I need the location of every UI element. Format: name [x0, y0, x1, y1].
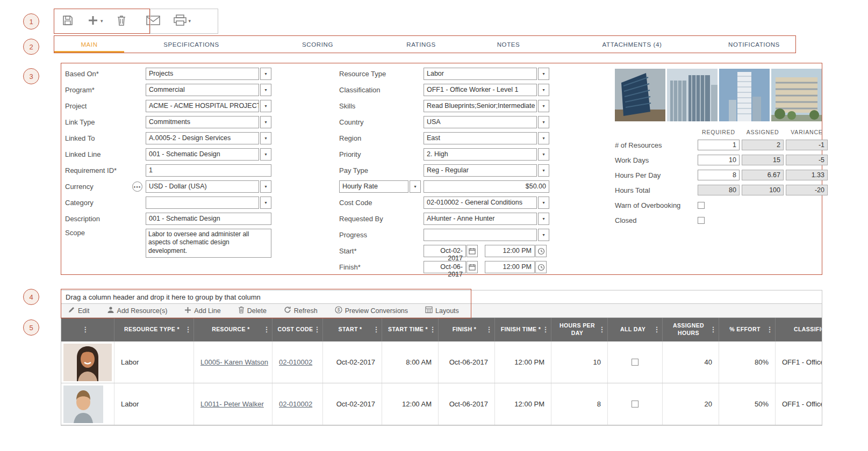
column-header-resource-type[interactable]: RESOURCE TYPE *⋮ [114, 318, 194, 341]
chevron-down-icon[interactable]: ▾ [538, 197, 549, 209]
tab-ratings[interactable]: RATINGS [377, 36, 465, 53]
chevron-down-icon[interactable]: ▾ [538, 116, 549, 128]
classification-select[interactable]: OFF1 - Office Worker - Level 1▾ [424, 84, 549, 96]
chevron-down-icon[interactable]: ▾ [538, 68, 549, 80]
chevron-down-icon[interactable]: ▾ [260, 68, 271, 80]
refresh-button[interactable]: Refresh [284, 306, 318, 315]
pay-type-select[interactable]: Reg - Regular▾ [424, 164, 549, 177]
column-header-resource[interactable]: RESOURCE *⋮ [194, 318, 272, 341]
column-header-cost-code[interactable]: COST CODE⋮ [272, 318, 323, 341]
column-menu-icon[interactable]: ⋮ [82, 325, 89, 334]
column-menu-icon[interactable]: ⋮ [314, 325, 321, 334]
calendar-icon[interactable] [467, 245, 478, 257]
link-type-select[interactable]: Commitments▾ [146, 116, 271, 128]
start-date-input[interactable]: Oct-02-2017 [424, 245, 466, 257]
all-day-checkbox[interactable] [632, 359, 639, 366]
progress-select[interactable]: ▾ [424, 229, 549, 241]
description-input[interactable]: 001 - Schematic Design [146, 213, 271, 225]
chevron-down-icon[interactable]: ▾ [260, 84, 271, 96]
column-header-hours-per-day[interactable]: HOURS PER DAY⋮ [551, 318, 608, 341]
required-resources-input[interactable]: 1 [698, 140, 740, 150]
group-by-bar[interactable]: Drag a column header and drop it here to… [61, 290, 822, 304]
linked-line-select[interactable]: 001 - Schematic Design▾ [146, 148, 271, 161]
column-menu-icon[interactable]: ⋮ [542, 325, 549, 334]
linked-to-select[interactable]: A.0005-2 - Design Services▾ [146, 132, 271, 144]
rate-amount-input[interactable]: $50.00 [424, 180, 549, 193]
chevron-down-icon[interactable]: ▾ [260, 116, 271, 128]
clock-icon[interactable] [535, 245, 547, 257]
program-select[interactable]: Commercial▾ [146, 84, 271, 96]
delete-button[interactable] [116, 14, 127, 28]
column-header-finish[interactable]: FINISH *⋮ [439, 318, 495, 341]
cost-code-link[interactable]: 02-010002 [279, 400, 312, 408]
chevron-down-icon[interactable]: ▾ [538, 132, 549, 144]
required-work-days-input[interactable]: 10 [698, 155, 740, 165]
add-button[interactable]: ▾ [87, 14, 103, 28]
requested-by-select[interactable]: AHunter - Anne Hunter▾ [424, 213, 549, 225]
column-menu-icon[interactable]: ⋮ [429, 325, 436, 334]
chevron-down-icon[interactable]: ▾ [410, 180, 421, 193]
column-header-finish-time[interactable]: FINISH TIME *⋮ [495, 318, 551, 341]
resource-link[interactable]: L0005- Karen Watson [200, 358, 268, 366]
column-menu-icon[interactable]: ⋮ [486, 325, 493, 334]
table-row[interactable]: Labor L0005- Karen Watson 02-010002 Oct-… [61, 341, 822, 383]
resource-link[interactable]: L0011- Peter Walker [200, 400, 264, 408]
add-resources-button[interactable]: Add Resource(s) [107, 306, 168, 315]
chevron-down-icon[interactable]: ▾ [538, 84, 549, 96]
tab-notes[interactable]: NOTES [465, 36, 551, 53]
table-row[interactable]: Labor L0011- Peter Walker 02-010002 Oct-… [61, 383, 822, 425]
column-menu-icon[interactable]: ⋮ [766, 325, 773, 334]
cost-code-select[interactable]: 02-010002 - General Conditions▾ [424, 197, 549, 209]
calendar-icon[interactable] [467, 261, 478, 273]
resource-type-select[interactable]: Labor▾ [424, 68, 549, 80]
priority-select[interactable]: 2. High▾ [424, 148, 549, 161]
category-select[interactable]: ▾ [146, 197, 271, 209]
column-menu-icon[interactable]: ⋮ [185, 325, 192, 334]
layouts-button[interactable]: Layouts [425, 306, 459, 315]
required-hours-per-day-input[interactable]: 8 [698, 170, 740, 180]
closed-checkbox[interactable] [698, 217, 705, 224]
column-header-start-time[interactable]: START TIME *⋮ [382, 318, 439, 341]
column-menu-icon[interactable]: ⋮ [263, 325, 270, 334]
all-day-checkbox[interactable] [632, 401, 639, 408]
chevron-down-icon[interactable]: ▾ [538, 100, 549, 112]
column-menu-icon[interactable]: ⋮ [373, 325, 380, 334]
column-menu-icon[interactable]: ⋮ [710, 325, 717, 334]
save-button[interactable] [61, 14, 74, 28]
column-menu-icon[interactable]: ⋮ [599, 325, 606, 334]
skills-select[interactable]: Read Blueprints;Senior;Intermediate▾ [424, 100, 549, 112]
print-button[interactable]: ▾ [173, 14, 191, 28]
tab-specifications[interactable]: SPECIFICATIONS [124, 36, 259, 53]
delete-line-button[interactable]: Delete [238, 306, 267, 315]
preview-conversions-button[interactable]: $ Preview Conversions [335, 306, 408, 315]
chevron-down-icon[interactable]: ▾ [538, 148, 549, 161]
rate-type-select[interactable]: Hourly Rate▾ [339, 180, 421, 193]
column-header-all-day[interactable]: ALL DAY⋮ [608, 318, 663, 341]
start-time-input[interactable]: 12:00 PM [485, 245, 535, 257]
region-select[interactable]: East▾ [424, 132, 549, 144]
chevron-down-icon[interactable]: ▾ [260, 197, 271, 209]
column-menu-icon[interactable]: ⋮ [654, 325, 661, 334]
finish-date-input[interactable]: Oct-06-2017 [424, 261, 466, 273]
tab-main[interactable]: MAIN [54, 36, 124, 53]
column-header-classification[interactable]: CLASSIFICATION⋮ [776, 318, 822, 341]
add-line-button[interactable]: Add Line [184, 307, 220, 315]
scope-textarea[interactable]: Labor to oversee and administer all aspe… [146, 229, 271, 258]
warn-overbooking-checkbox[interactable] [698, 202, 705, 209]
tab-attachments[interactable]: ATTACHMENTS (4) [551, 36, 713, 53]
column-header-assigned-hours[interactable]: ASSIGNED HOURS⋮ [663, 318, 719, 341]
currency-select[interactable]: USD - Dollar (USA)▾ [146, 180, 271, 193]
tab-notifications[interactable]: NOTIFICATIONS [713, 36, 795, 53]
cost-code-link[interactable]: 02-010002 [279, 358, 312, 366]
chevron-down-icon[interactable]: ▾ [538, 164, 549, 177]
chevron-down-icon[interactable]: ▾ [260, 148, 271, 161]
chevron-down-icon[interactable]: ▾ [538, 213, 549, 225]
clock-icon[interactable] [535, 261, 547, 273]
finish-time-input[interactable]: 12:00 PM [485, 261, 535, 273]
more-options-button[interactable]: ●●● [132, 181, 142, 192]
email-button[interactable] [146, 15, 160, 27]
requirement-id-input[interactable]: 1 [146, 164, 271, 177]
chevron-down-icon[interactable]: ▾ [260, 100, 271, 112]
chevron-down-icon[interactable]: ▾ [538, 229, 549, 241]
edit-button[interactable]: Edit [68, 306, 90, 315]
